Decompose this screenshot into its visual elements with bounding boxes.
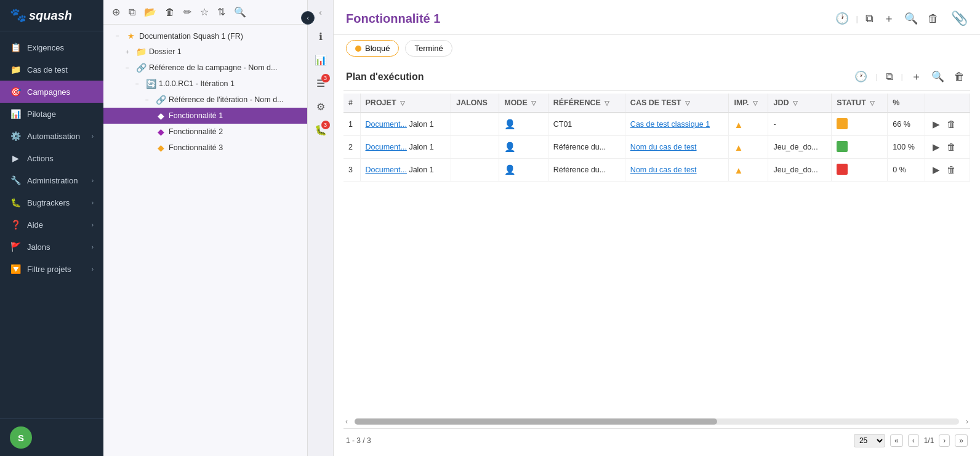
tree-duplicate-button[interactable]: ⧉ <box>126 6 138 19</box>
user-avatar[interactable]: S <box>10 426 32 449</box>
col-projet[interactable]: PROJET ▽ <box>360 94 451 113</box>
bug-badge: 3 <box>321 121 330 129</box>
col-num[interactable]: # <box>343 94 360 113</box>
sidebar-item-label: Cas de test <box>27 65 68 74</box>
side-info-button[interactable]: ℹ <box>310 26 331 47</box>
sidebar-item-exigences[interactable]: 📋 Exigences <box>0 36 103 58</box>
col-pct[interactable]: % <box>888 94 925 113</box>
side-list-button[interactable]: ☰ 3 <box>310 73 331 94</box>
tree-item-label: Référence de l'itération - Nom d... <box>169 95 302 104</box>
tree-folder-button[interactable]: 📂 <box>142 5 159 19</box>
col-actions <box>925 94 970 113</box>
row-delete-button[interactable]: 🗑 <box>944 163 958 176</box>
table-header-row: # PROJET ▽ JALONS MODE ▽ RÉFÉRENCE ▽ CAS… <box>343 94 970 113</box>
col-cas-de-test[interactable]: CAS DE TEST ▽ <box>625 94 729 113</box>
sidebar-item-aide[interactable]: ❓ Aide › <box>0 214 103 236</box>
status-bloque-button[interactable]: Bloqué <box>346 40 399 57</box>
col-imp[interactable]: IMP. ▽ <box>729 94 768 113</box>
sidebar-item-administration[interactable]: 🔧 Administration › <box>0 169 103 191</box>
row-run-button[interactable]: ▶ <box>930 118 942 131</box>
add-button[interactable]: ＋ <box>881 9 897 28</box>
next-page-button[interactable]: › <box>939 434 950 447</box>
side-cog-button[interactable]: ⚙ <box>310 96 331 117</box>
cas-de-test-link[interactable]: Nom du cas de test <box>630 143 697 151</box>
logo-icon: 🐾 <box>10 7 26 23</box>
col-jalons[interactable]: JALONS <box>451 94 499 113</box>
cell-cas-de-test: Cas de test classique 1 <box>625 113 729 136</box>
col-reference[interactable]: RÉFÉRENCE ▽ <box>548 94 625 113</box>
row-run-button[interactable]: ▶ <box>930 140 942 154</box>
tree-item-doc-squash[interactable]: − ★ Documentation Squash 1 (FR) <box>103 28 307 44</box>
filter-icon: ▽ <box>604 100 609 106</box>
scroll-track[interactable] <box>355 418 959 425</box>
tree-star-button[interactable]: ☆ <box>198 5 211 19</box>
tree-item-iteration1[interactable]: − 🔄 1.0.0.RC1 - Itération 1 <box>103 76 307 92</box>
scroll-thumb[interactable] <box>355 418 717 425</box>
expand-icon[interactable]: + <box>126 49 133 55</box>
row-run-button[interactable]: ▶ <box>930 163 942 177</box>
tree-item-dossier1[interactable]: + 📁 Dossier 1 <box>103 44 307 60</box>
first-page-button[interactable]: « <box>890 434 903 447</box>
collapse-tree-button[interactable]: ‹ <box>301 11 315 25</box>
sidebar-item-bugtrackers[interactable]: 🐛 Bugtrackers › <box>0 191 103 214</box>
cell-cas-de-test: Nom du cas de test <box>625 159 729 182</box>
cell-imp: ▲ <box>729 113 768 136</box>
expand-icon[interactable]: − <box>145 97 153 103</box>
tree-add-button[interactable]: ⊕ <box>110 5 122 19</box>
sidebar-item-filtre-projets[interactable]: 🔽 Filtre projets › <box>0 258 103 280</box>
plan-delete-button[interactable]: 🗑 <box>951 69 968 85</box>
plan-history-button[interactable]: 🕐 <box>851 68 870 85</box>
page-size-select[interactable]: 25 50 100 <box>854 434 885 447</box>
copy-button[interactable]: ⧉ <box>863 10 876 28</box>
cas-de-test-link[interactable]: Cas de test classique 1 <box>630 120 710 129</box>
col-statut[interactable]: STATUT ▽ <box>832 94 888 113</box>
sidebar-item-cas-de-test[interactable]: 📁 Cas de test <box>0 58 103 81</box>
row-delete-button[interactable]: 🗑 <box>944 140 958 153</box>
tree-delete-button[interactable]: 🗑 <box>163 6 177 19</box>
tree-item-fonc3[interactable]: ◆ Fonctionnalité 3 <box>103 140 307 156</box>
prev-page-button[interactable]: ‹ <box>908 434 919 447</box>
sidebar-item-jalons[interactable]: 🚩 Jalons › <box>0 236 103 258</box>
side-bug-button[interactable]: 🐛 3 <box>310 119 331 140</box>
sidebar-item-actions[interactable]: ▶ Actions <box>0 147 103 169</box>
row-delete-button[interactable]: 🗑 <box>944 118 958 130</box>
projet-link[interactable]: Document... <box>366 166 407 174</box>
col-mode[interactable]: MODE ▽ <box>499 94 548 113</box>
horizontal-scrollbar[interactable]: ‹ › <box>343 415 970 428</box>
sidebar-item-campagnes[interactable]: 🎯 Campagnes <box>0 81 103 103</box>
tree-search-button[interactable]: 🔍 <box>231 5 249 19</box>
plan-add-button[interactable]: ＋ <box>908 68 925 86</box>
expand-icon[interactable]: − <box>126 65 133 71</box>
feature-icon: ◆ <box>155 127 166 137</box>
projet-link[interactable]: Document... <box>366 120 407 129</box>
plan-copy-button[interactable]: ⧉ <box>883 69 896 85</box>
tree-item-fonc2[interactable]: ◆ Fonctionnalité 2 <box>103 124 307 140</box>
logo-text: squash <box>29 9 72 23</box>
execution-table: # PROJET ▽ JALONS MODE ▽ RÉFÉRENCE ▽ CAS… <box>343 94 970 182</box>
search-header-button[interactable]: 🔍 <box>902 9 920 28</box>
projet-link[interactable]: Document... <box>366 143 407 151</box>
delete-header-button[interactable]: 🗑 <box>925 10 941 28</box>
tree-sort-button[interactable]: ⇅ <box>215 5 228 19</box>
cell-projet: Document... Jalon 1 <box>360 113 451 136</box>
side-chart-button[interactable]: 📊 <box>310 49 331 70</box>
sidebar-item-pilotage[interactable]: 📊 Pilotage <box>0 103 103 125</box>
sidebar-item-automatisation[interactable]: ⚙️ Automatisation › <box>0 125 103 147</box>
last-page-button[interactable]: » <box>955 434 968 447</box>
tree-item-fonc1[interactable]: ◆ Fonctionnalité 1 <box>103 108 307 124</box>
cell-jdd: Jeu_de_do... <box>768 136 832 159</box>
cas-de-test-link[interactable]: Nom du cas de test <box>630 166 697 174</box>
history-button[interactable]: 🕐 <box>833 9 851 28</box>
col-jdd[interactable]: JDD ▽ <box>768 94 832 113</box>
tree-item-ref-campagne[interactable]: − 🔗 Référence de la campagne - Nom d... <box>103 60 307 76</box>
scroll-left-button[interactable]: ‹ <box>343 417 350 426</box>
tree-item-ref-iteration[interactable]: − 🔗 Référence de l'itération - Nom d... <box>103 92 307 108</box>
status-termine-button[interactable]: Terminé <box>405 40 452 57</box>
attach-icon[interactable]: 📎 <box>951 10 968 26</box>
expand-icon[interactable]: − <box>116 33 123 39</box>
plan-search-button[interactable]: 🔍 <box>928 68 947 85</box>
expand-icon[interactable]: − <box>135 81 143 87</box>
status-green-badge <box>837 141 848 152</box>
scroll-right-button[interactable]: › <box>964 417 970 426</box>
tree-rename-button[interactable]: ✏ <box>181 5 194 19</box>
